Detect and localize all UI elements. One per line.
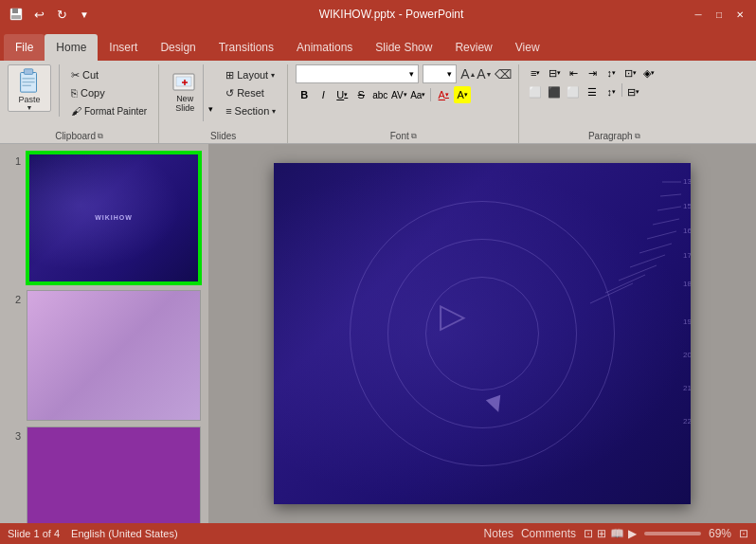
increase-indent-button[interactable]: ⇥ [584, 64, 601, 82]
copy-button[interactable]: ⎘ Copy [67, 84, 151, 101]
font-color-button[interactable]: A▾ [435, 86, 452, 103]
new-slide-dropdown[interactable]: ▾ [203, 64, 218, 121]
shadow-button[interactable]: abc [371, 86, 388, 103]
slides-group-content: NewSlide ▾ ⊞ Layout ▾ ↺ Reset ≡ Section [167, 64, 279, 129]
align-left-button[interactable]: ⬜ [527, 83, 544, 100]
slide-thumbnail-1[interactable]: WIKIHOW [27, 152, 201, 284]
numbered-list-button[interactable]: ⊟▾ [546, 64, 563, 82]
tab-animations[interactable]: Animations [285, 34, 364, 61]
cut-icon: ✂ [71, 69, 80, 82]
tab-slideshow[interactable]: Slide Show [364, 34, 443, 61]
language-info: English (United States) [71, 528, 178, 539]
comments-button[interactable]: Comments [521, 527, 576, 540]
slide-thumbnail-2[interactable] [27, 290, 201, 422]
change-case-button[interactable]: Aa▾ [409, 86, 426, 103]
paste-button[interactable]: Paste ▼ [8, 64, 51, 112]
paragraph-group-content: ≡▾ ⊟▾ ⇤ ⇥ ↕▾ ⊡▾ ◈▾ ⬜ ⬛ ⬜ ☰ ↕▾ ⊟▾ [527, 64, 701, 129]
main-area: 1 WIKIHOW 2 3 [0, 144, 756, 523]
notes-button[interactable]: Notes [484, 527, 513, 540]
slide1-text: WIKIHOW [95, 214, 133, 221]
title-bar-left: ↩ ↻ ▼ [8, 6, 93, 23]
svg-line-18 [630, 255, 665, 267]
tab-view[interactable]: View [504, 34, 551, 61]
paragraph-row1: ≡▾ ⊟▾ ⇤ ⇥ ↕▾ ⊡▾ ◈▾ [527, 64, 657, 82]
clipboard-expand-icon[interactable]: ⧉ [98, 132, 103, 141]
italic-button[interactable]: I [315, 86, 332, 103]
reset-icon: ↺ [225, 87, 234, 100]
paragraph-expand-icon[interactable]: ⧉ [635, 132, 640, 141]
bullet-list-button[interactable]: ≡▾ [527, 64, 544, 82]
reading-view-button[interactable]: 📖 [610, 527, 624, 540]
format-painter-icon: 🖌 [71, 105, 81, 117]
tab-review[interactable]: Review [443, 34, 503, 61]
list-item: 3 [0, 426, 208, 523]
text-direction-button[interactable]: ↕▾ [603, 64, 620, 82]
tab-home[interactable]: Home [45, 34, 98, 61]
font-size-decrease[interactable]: A▼ [477, 66, 492, 82]
window-controls: ─ □ ✕ [690, 6, 748, 23]
format-painter-button[interactable]: 🖌 Format Painter [67, 102, 151, 119]
tab-insert[interactable]: Insert [98, 34, 149, 61]
line-spacing-button[interactable]: ↕▾ [603, 83, 620, 100]
svg-text:200: 200 [683, 351, 691, 359]
customize-qat-button[interactable]: ▼ [76, 6, 93, 23]
svg-text:130: 130 [683, 177, 691, 186]
svg-text:190: 190 [683, 317, 691, 326]
main-slide-canvas[interactable]: 130 150 160 170 180 190 200 210 220 ▼ ▷ [274, 163, 691, 504]
tab-transitions[interactable]: Transitions [207, 34, 285, 61]
font-size-increase[interactable]: A▲ [460, 66, 476, 82]
paragraph-group-label: Paragraph ⧉ [527, 129, 701, 143]
layout-icon: ⊞ [225, 69, 234, 82]
slide-number-1: 1 [8, 155, 21, 167]
reset-button[interactable]: ↺ Reset [222, 84, 279, 101]
bold-button[interactable]: B [296, 86, 313, 103]
redo-button[interactable]: ↻ [53, 6, 70, 23]
svg-line-13 [660, 194, 681, 196]
section-button[interactable]: ≡ Section ▾ [222, 102, 279, 119]
minimize-button[interactable]: ─ [690, 6, 707, 23]
undo-button[interactable]: ↩ [30, 6, 47, 23]
align-text-button[interactable]: ⊡▾ [621, 64, 639, 82]
list-item: 2 [0, 290, 208, 422]
justify-button[interactable]: ☰ [584, 83, 601, 100]
save-button[interactable] [8, 6, 25, 23]
slide-thumbnail-3[interactable] [27, 426, 201, 523]
svg-text:170: 170 [683, 251, 691, 260]
maximize-button[interactable]: □ [711, 6, 728, 23]
slide-info: Slide 1 of 4 [8, 528, 60, 539]
font-name-input[interactable]: ▾ [296, 64, 419, 83]
clear-formatting-button[interactable]: ⌫ [495, 66, 511, 82]
font-expand-icon[interactable]: ⧉ [411, 132, 417, 141]
slideshow-view-button[interactable]: ▶ [628, 527, 637, 540]
svg-rect-6 [23, 82, 35, 82]
underline-button[interactable]: U▾ [333, 86, 351, 103]
slide-number-3: 3 [8, 430, 21, 442]
decrease-indent-button[interactable]: ⇤ [565, 64, 582, 82]
char-spacing-button[interactable]: AV▾ [390, 86, 407, 103]
align-center-button[interactable]: ⬛ [546, 83, 563, 100]
zoom-slider[interactable] [644, 532, 701, 535]
align-right-button[interactable]: ⬜ [565, 83, 582, 100]
para-divider [621, 83, 622, 97]
font-size-input[interactable]: ▾ [423, 64, 457, 83]
svg-text:210: 210 [683, 384, 691, 392]
gauge-svg: 130 150 160 170 180 190 200 210 220 [577, 163, 691, 495]
layout-button[interactable]: ⊞ Layout ▾ [222, 66, 279, 83]
svg-line-17 [639, 244, 672, 253]
close-button[interactable]: ✕ [731, 6, 748, 23]
fit-slide-button[interactable]: ⊡ [739, 527, 748, 540]
slide-sorter-button[interactable]: ⊞ [597, 527, 606, 540]
strikethrough-button[interactable]: S [352, 86, 369, 103]
list-item: 1 WIKIHOW [0, 152, 208, 284]
cut-button[interactable]: ✂ Cut [67, 66, 151, 83]
normal-view-button[interactable]: ⊡ [584, 527, 593, 540]
tab-design[interactable]: Design [149, 34, 207, 61]
tab-file[interactable]: File [4, 34, 45, 61]
columns-button[interactable]: ⊟▾ [624, 83, 641, 100]
text-highlight-button[interactable]: A▾ [454, 86, 471, 103]
svg-rect-9 [176, 77, 191, 86]
zoom-level[interactable]: 69% [709, 527, 731, 540]
new-slide-button[interactable]: NewSlide [167, 64, 203, 121]
smart-art-button[interactable]: ◈▾ [640, 64, 657, 82]
svg-text:150: 150 [683, 202, 691, 210]
